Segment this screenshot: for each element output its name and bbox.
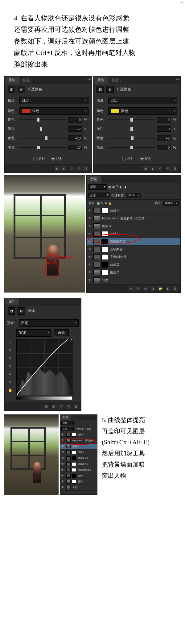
layer-item[interactable]: 👁选取颜色 2 — [60, 455, 97, 461]
fx-icon[interactable]: fx — [135, 286, 142, 291]
filter-icon[interactable]: ▦ — [108, 185, 111, 189]
visibility-icon[interactable]: 👁 — [88, 216, 92, 221]
radio-absolute[interactable]: 绝对 — [51, 156, 63, 161]
slider-value[interactable]: -19 — [68, 117, 82, 123]
slider-value[interactable]: +2 — [157, 135, 171, 141]
new-layer-icon[interactable]: ◧ — [164, 286, 171, 291]
visibility-icon[interactable]: 👁 — [164, 166, 171, 171]
panel-menu-icon[interactable]: ▸≡ — [181, 1, 184, 4]
radio-relative[interactable]: 相对 — [33, 156, 45, 161]
reset-icon[interactable]: ↺ — [68, 166, 75, 171]
view-icon[interactable]: ◐ — [61, 166, 68, 171]
trash-icon[interactable]: 🗑 — [172, 166, 179, 171]
layer-item[interactable]: 👁曲线 4 — [87, 207, 180, 215]
channel-dropdown[interactable]: RGB▾ — [16, 329, 51, 337]
layer-item[interactable]: 👁背景 — [87, 276, 180, 284]
visibility-icon[interactable]: 👁 — [88, 209, 92, 213]
eyedropper-gray-icon[interactable]: ✎ — [7, 355, 13, 361]
panel-menu-icon[interactable]: ▸≡ — [88, 77, 91, 81]
visibility-icon[interactable]: 👁 — [61, 485, 65, 490]
radio-relative[interactable]: 相对 — [122, 156, 134, 161]
tab-info[interactable]: 信息 — [108, 77, 122, 84]
layer-item[interactable]: 👁曲线 4 — [60, 432, 97, 438]
layer-item[interactable]: 👁Exposure 7 - 彩色胶片... — [60, 438, 97, 444]
color-dropdown[interactable]: 红色▾ — [19, 107, 88, 115]
layer-item[interactable]: 👁Exposure 7 - 彩色胶片 - 幻灯片 ... — [87, 215, 180, 222]
layer-item[interactable]: 👁亮度/对比度 1 — [60, 467, 97, 473]
opacity-input[interactable]: 100%▾ — [126, 193, 141, 197]
filter-icon[interactable]: ◧ — [119, 185, 122, 189]
layer-filter-dropdown[interactable]: 类型▾ — [88, 184, 107, 190]
lock-icon[interactable]: ✎ — [101, 202, 103, 205]
hand-icon[interactable]: ✋ — [7, 387, 13, 393]
layer-item[interactable]: 👁曲线 2 — [60, 473, 97, 479]
slider-track[interactable] — [19, 145, 66, 150]
tab-properties[interactable]: 属性 — [5, 298, 19, 305]
layer-item[interactable]: 👁背景 — [60, 485, 97, 491]
visibility-icon[interactable]: 👁 — [88, 278, 92, 282]
slider-value[interactable]: 0 — [157, 126, 171, 132]
visibility-icon[interactable]: 👁 — [61, 456, 65, 460]
target-adjust-icon[interactable]: ⟐ — [7, 339, 13, 345]
lock-icon[interactable]: 🔒 — [108, 202, 112, 205]
visibility-icon[interactable]: 👁 — [88, 263, 92, 267]
color-dropdown[interactable]: 黄色▾ — [108, 107, 177, 115]
visibility-icon[interactable]: 👁 — [88, 270, 92, 275]
visibility-icon[interactable]: 👁 — [88, 239, 92, 244]
lock-icon[interactable]: ▦ — [97, 202, 100, 205]
slider-value[interactable]: -17 — [68, 145, 82, 150]
visibility-icon[interactable]: 👁 — [88, 255, 92, 259]
preset-dropdown[interactable]: 自定▾ — [19, 97, 88, 104]
visibility-icon[interactable]: 👁 — [88, 232, 92, 236]
slider-track[interactable] — [108, 136, 155, 141]
visibility-icon[interactable]: 👁 — [76, 166, 82, 171]
lock-icon[interactable]: ✥ — [105, 202, 107, 205]
visibility-icon[interactable]: 👁 — [88, 224, 92, 228]
eyedropper-black-icon[interactable]: ✎ — [7, 347, 13, 353]
layer-item[interactable]: 👁选取颜色 1 — [87, 246, 180, 253]
trash-icon[interactable]: 🗑 — [72, 404, 79, 409]
adjustment-icon[interactable]: ◑ — [150, 286, 156, 291]
layer-item[interactable]: 👁图层 2 — [60, 479, 97, 485]
preset-dropdown[interactable]: 自定▾ — [19, 319, 79, 327]
visibility-icon[interactable]: 👁 — [61, 474, 65, 478]
panel-menu-icon[interactable]: ▸≡ — [176, 77, 179, 81]
curves-graph[interactable] — [16, 339, 72, 395]
blend-mode-dropdown[interactable]: 正常▾ — [88, 193, 110, 198]
visibility-icon[interactable]: 👁 — [61, 433, 65, 437]
layer-item[interactable]: 👁选取颜色 2 — [87, 238, 180, 246]
layer-item[interactable]: 👁曲线 2 — [87, 261, 180, 269]
tab-layers[interactable]: 图层 — [60, 415, 71, 420]
visibility-icon[interactable]: 👁 — [65, 404, 72, 409]
preset-dropdown[interactable]: 自定▾ — [108, 97, 177, 104]
layer-item[interactable]: 👁曲线 1 — [87, 230, 180, 238]
blend-mode-dropdown[interactable]: 正常 — [61, 427, 74, 431]
reset-icon[interactable]: ↺ — [58, 404, 64, 409]
auto-button[interactable]: 自动 — [54, 329, 69, 336]
slider-value[interactable]: -7 — [68, 126, 82, 132]
slider-value[interactable]: 0 — [157, 117, 171, 123]
pencil-icon[interactable]: ✏ — [7, 371, 13, 377]
visibility-icon[interactable]: 👁 — [61, 438, 65, 443]
layer-item[interactable]: 👁亮度/对比度 1 — [87, 253, 180, 261]
slider-track[interactable] — [19, 136, 66, 141]
fill-input[interactable]: 100%▾ — [163, 201, 179, 206]
filter-icon[interactable]: ◐ — [112, 185, 115, 189]
layer-item[interactable]: 👁图层 3 — [87, 222, 180, 230]
slider-track[interactable] — [108, 117, 155, 122]
visibility-icon[interactable]: 👁 — [61, 444, 65, 449]
clip-icon[interactable]: ▣ — [43, 404, 50, 409]
visibility-icon[interactable]: 👁 — [61, 468, 65, 472]
trash-icon[interactable]: 🗑 — [83, 166, 90, 171]
view-icon[interactable]: ◐ — [150, 166, 156, 171]
reset-icon[interactable]: ↺ — [157, 166, 164, 171]
visibility-icon[interactable]: 👁 — [61, 480, 65, 484]
clip-icon[interactable]: ▣ — [53, 166, 60, 171]
trash-icon[interactable]: 🗑 — [172, 286, 179, 291]
layer-item[interactable]: 👁图层 2 — [87, 269, 180, 276]
folder-icon[interactable]: 📁 — [157, 286, 164, 291]
slider-value[interactable]: 0 — [157, 145, 171, 150]
visibility-icon[interactable]: 👁 — [61, 462, 65, 466]
tab-info[interactable]: 信息 — [19, 77, 34, 84]
radio-absolute[interactable]: 绝对 — [140, 156, 152, 161]
